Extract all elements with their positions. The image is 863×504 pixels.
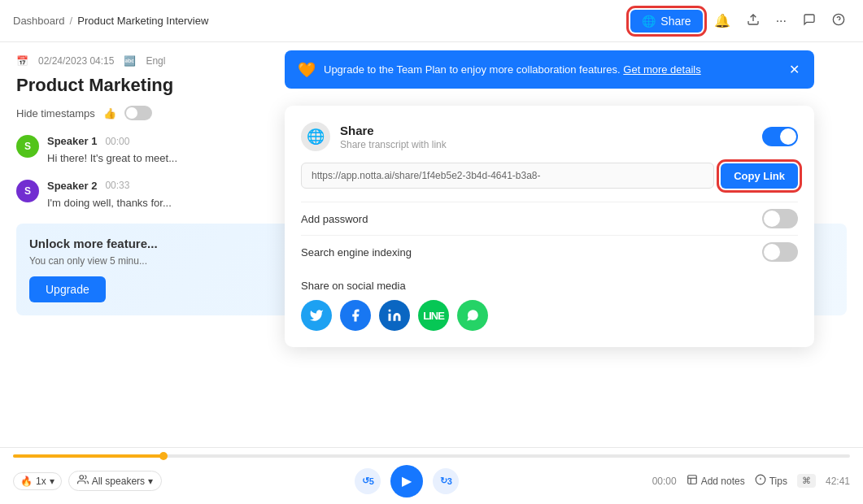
speaker-2-text: I'm doing well, thanks for... xyxy=(47,195,275,211)
speakers-person-icon xyxy=(77,474,89,488)
hide-timestamps-label: Hide timestamps xyxy=(16,107,95,119)
current-time: 00:00 xyxy=(652,476,677,487)
bell-button[interactable]: 🔔 xyxy=(709,8,735,33)
breadcrumb: Dashboard / Product Marketing Interview xyxy=(13,15,208,27)
speaker-2-avatar: S xyxy=(16,180,39,202)
play-button[interactable]: ▶ xyxy=(390,465,423,497)
cmd-badge: ⌘ xyxy=(797,474,816,488)
svg-rect-10 xyxy=(389,314,391,321)
svg-point-11 xyxy=(389,310,391,312)
search-engine-label: Search engine indexing xyxy=(301,246,412,259)
timestamps-toggle[interactable] xyxy=(124,106,152,120)
speaker-2-time: 00:33 xyxy=(105,180,129,191)
export-icon xyxy=(747,13,760,29)
thumbs-up-icon: 👍 xyxy=(103,107,116,119)
upgrade-notice: 🧡 Upgrade to the Team Plan to enjoy more… xyxy=(285,50,814,89)
share-header-row: 🌐 Share Share transcript with link xyxy=(301,122,798,151)
facebook-share-button[interactable] xyxy=(340,300,371,331)
share-card: 🌐 Share Share transcript with link Copy … xyxy=(285,106,814,347)
top-nav: Dashboard / Product Marketing Interview … xyxy=(0,0,863,42)
doc-lang: Engl xyxy=(146,55,165,67)
skip-back-button[interactable]: ↺ 5 xyxy=(355,468,381,494)
tips-icon xyxy=(755,474,766,488)
share-button[interactable]: 🌐 Share xyxy=(630,10,702,33)
svg-point-3 xyxy=(80,476,84,480)
speaker-1-time: 00:00 xyxy=(105,136,129,147)
line-share-button[interactable]: LINE xyxy=(418,300,449,331)
social-icons: LINE xyxy=(301,300,798,331)
play-icon: ▶ xyxy=(402,473,412,489)
share-label: Share xyxy=(340,124,447,137)
search-engine-toggle[interactable] xyxy=(762,242,798,262)
search-engine-row: Search engine indexing xyxy=(301,235,798,268)
add-notes-button[interactable]: Add notes xyxy=(686,474,745,488)
heart-icon: 🧡 xyxy=(298,61,316,79)
progress-track[interactable] xyxy=(13,454,850,458)
get-more-details-link[interactable]: Get more details xyxy=(623,63,700,76)
skip-forward-icon: ↻ xyxy=(440,476,447,486)
speaker-1-avatar: S xyxy=(16,135,39,158)
add-password-toggle[interactable] xyxy=(762,209,798,228)
nav-actions: 🌐 Share 🔔 ··· xyxy=(630,8,850,34)
share-globe-icon: 🌐 xyxy=(301,122,330,151)
speaker-2-name: Speaker 2 xyxy=(47,180,97,192)
tips-button[interactable]: Tips xyxy=(755,474,787,488)
fire-icon: 🔥 xyxy=(20,476,33,487)
social-section: Share on social media LINE xyxy=(301,280,798,331)
speaker-1-text: Hi there! It's great to meet... xyxy=(47,150,275,167)
upgrade-notice-text: Upgrade to the Team Plan to enjoy more c… xyxy=(324,63,779,76)
more-button[interactable]: ··· xyxy=(771,9,791,33)
help-icon xyxy=(832,13,845,29)
upgrade-button[interactable]: Upgrade xyxy=(29,276,106,302)
bell-icon: 🔔 xyxy=(714,13,730,28)
speakers-chevron-icon: ▾ xyxy=(148,476,153,487)
share-link-input[interactable] xyxy=(301,163,714,189)
progress-thumb xyxy=(159,452,168,460)
notes-icon xyxy=(686,474,698,488)
skip-back-icon: ↺ xyxy=(362,476,369,486)
player-left: 🔥 1x ▾ All speakers ▾ xyxy=(13,471,162,491)
more-icon: ··· xyxy=(776,14,787,28)
lang-icon: 🔤 xyxy=(124,55,136,67)
help-button[interactable] xyxy=(827,8,850,34)
breadcrumb-home[interactable]: Dashboard xyxy=(13,15,65,27)
player-right: 00:00 Add notes Tips ⌘ 42:41 xyxy=(652,474,850,488)
share-toggle[interactable] xyxy=(762,127,798,146)
globe-icon: 🌐 xyxy=(642,15,656,28)
speaker-1-name: Speaker 1 xyxy=(47,135,97,147)
speakers-button[interactable]: All speakers ▾ xyxy=(68,471,162,491)
twitter-share-button[interactable] xyxy=(301,300,332,331)
notice-close-button[interactable]: ✕ xyxy=(787,60,801,79)
total-time: 42:41 xyxy=(826,476,850,487)
player-center: ↺ 5 ▶ ↻ 3 xyxy=(355,465,459,497)
comment-icon xyxy=(803,13,816,29)
doc-date: 02/24/2023 04:15 xyxy=(38,55,114,67)
add-password-row: Add password xyxy=(301,202,798,235)
add-password-label: Add password xyxy=(301,213,368,225)
share-sublabel: Share transcript with link xyxy=(340,139,447,150)
comment-button[interactable] xyxy=(798,8,821,34)
social-title: Share on social media xyxy=(301,280,798,292)
progress-fill xyxy=(13,454,163,458)
linkedin-share-button[interactable] xyxy=(379,300,410,331)
speed-chevron-icon: ▾ xyxy=(50,476,54,487)
export-button[interactable] xyxy=(742,8,765,34)
breadcrumb-separator: / xyxy=(70,15,73,27)
copy-link-button[interactable]: Copy Link xyxy=(721,163,798,189)
skip-forward-button[interactable]: ↻ 3 xyxy=(433,468,459,494)
share-label-group: Share Share transcript with link xyxy=(340,124,447,150)
speed-button[interactable]: 🔥 1x ▾ xyxy=(13,472,62,490)
player-controls: 🔥 1x ▾ All speakers ▾ ↺ 5 ▶ ↻ 3 xyxy=(13,458,850,504)
whatsapp-share-button[interactable] xyxy=(457,300,488,331)
breadcrumb-current: Product Marketing Interview xyxy=(77,15,208,27)
player-bar: 🔥 1x ▾ All speakers ▾ ↺ 5 ▶ ↻ 3 xyxy=(0,447,863,504)
link-row: Copy Link xyxy=(301,163,798,189)
svg-rect-4 xyxy=(687,476,696,484)
calendar-icon: 📅 xyxy=(16,55,28,67)
